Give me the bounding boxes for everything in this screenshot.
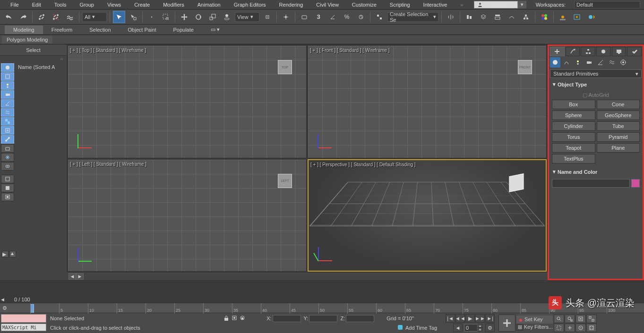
cat-lights-icon[interactable] bbox=[573, 57, 583, 68]
menu-file[interactable]: File bbox=[4, 1, 26, 8]
modify-tab[interactable] bbox=[566, 47, 580, 56]
mirror-button[interactable] bbox=[445, 11, 457, 23]
pivot-center-button[interactable] bbox=[261, 11, 274, 23]
obj-torus-button[interactable]: Torus bbox=[552, 132, 595, 142]
undo-button[interactable] bbox=[3, 11, 15, 23]
key-filters-button[interactable]: Key Filters... bbox=[524, 324, 553, 331]
filter-camera-icon[interactable] bbox=[1, 90, 14, 99]
render-setup-button[interactable] bbox=[557, 11, 569, 23]
menu-tools[interactable]: Tools bbox=[48, 1, 73, 8]
ribbon-tab-freeform[interactable]: Freeform bbox=[43, 26, 81, 34]
zoom-extents-all-button[interactable] bbox=[586, 315, 597, 323]
ref-coord-dropdown[interactable]: View▾ bbox=[235, 12, 259, 22]
viewport-hscroll[interactable]: ◄► bbox=[67, 273, 548, 280]
cat-cameras-icon[interactable] bbox=[584, 57, 594, 68]
zoom-all-button[interactable] bbox=[565, 315, 575, 323]
current-frame-spinner[interactable]: ▲▼ bbox=[464, 324, 483, 332]
unlink-button[interactable] bbox=[50, 11, 62, 23]
menu-grapheditors[interactable]: Graph Editors bbox=[227, 1, 273, 8]
render-production-button[interactable] bbox=[585, 11, 597, 23]
primitive-dropdown[interactable]: Standard Primitives▾ bbox=[550, 69, 642, 78]
toggle-b[interactable] bbox=[9, 251, 16, 257]
zoom-extents-button[interactable] bbox=[575, 315, 586, 323]
align-button[interactable] bbox=[463, 11, 475, 23]
motion-tab[interactable] bbox=[596, 47, 611, 56]
obj-box-button[interactable]: Box bbox=[552, 100, 595, 109]
bind-spacewarp-button[interactable] bbox=[64, 11, 76, 23]
zoom-button[interactable] bbox=[554, 315, 564, 323]
spinner-snap-button[interactable] bbox=[355, 11, 367, 23]
scale-button[interactable] bbox=[206, 11, 219, 23]
toggle-ribbon-button[interactable] bbox=[491, 11, 504, 23]
utilities-tab[interactable] bbox=[627, 47, 642, 56]
material-editor-button[interactable] bbox=[538, 11, 550, 23]
time-tag-icon[interactable] bbox=[397, 324, 404, 332]
menu-rendering[interactable]: Rendering bbox=[273, 1, 310, 8]
scroll-left[interactable]: ◄ bbox=[69, 273, 76, 280]
select-by-name-button[interactable] bbox=[127, 11, 139, 23]
timeline-config-icon[interactable]: ⚙ bbox=[0, 305, 9, 311]
ribbon-tab-objectpaint[interactable]: Object Paint bbox=[120, 26, 165, 34]
create-tab[interactable] bbox=[550, 47, 565, 56]
link-button[interactable] bbox=[35, 11, 48, 23]
filter-bone-icon[interactable] bbox=[1, 135, 14, 144]
zoom-region-button[interactable] bbox=[554, 324, 564, 332]
ribbon-flyout[interactable]: ▭ ▾ bbox=[202, 25, 228, 34]
display-children-icon[interactable] bbox=[1, 184, 14, 192]
display-none-icon[interactable] bbox=[1, 175, 14, 183]
percent-snap-button[interactable]: % bbox=[341, 11, 353, 23]
viewport-label-top[interactable]: [ + ] [ Top ] [ Standard ] [ Wireframe ] bbox=[70, 48, 146, 53]
obj-tube-button[interactable]: Tube bbox=[597, 121, 640, 131]
play-button[interactable]: ▶ bbox=[465, 314, 475, 323]
menu-interactive[interactable]: Interactive bbox=[417, 1, 454, 8]
x-input[interactable] bbox=[273, 315, 301, 322]
window-crossing-button[interactable] bbox=[160, 11, 172, 23]
collapse-handle[interactable]: ›› bbox=[0, 56, 67, 62]
lock-selection-icon[interactable] bbox=[223, 315, 230, 322]
key-mode-button[interactable]: ◄ bbox=[453, 324, 463, 332]
obj-geosphere-button[interactable]: GeoSphere bbox=[597, 111, 640, 120]
setkey-button[interactable]: Set Key bbox=[516, 316, 553, 323]
prev-frame-button[interactable]: ◄◄ bbox=[455, 314, 465, 323]
menu-scripting[interactable]: Scripting bbox=[383, 1, 417, 8]
obj-teapot-button[interactable]: Teapot bbox=[552, 143, 595, 153]
filter-light-icon[interactable] bbox=[1, 81, 14, 90]
filter-shape-icon[interactable] bbox=[1, 72, 14, 81]
obj-sphere-button[interactable]: Sphere bbox=[552, 111, 595, 120]
object-name-input[interactable] bbox=[552, 179, 630, 188]
move-button[interactable] bbox=[178, 11, 190, 23]
layer-explorer-button[interactable] bbox=[477, 11, 489, 23]
signin-dropdown[interactable]: ▾ bbox=[518, 1, 526, 9]
placement-button[interactable] bbox=[221, 11, 233, 23]
scroll-right[interactable]: ► bbox=[76, 273, 84, 280]
viewport-label-left[interactable]: [ + ] [ Left ] [ Standard ] [ Wireframe … bbox=[70, 162, 146, 167]
filter-helper-icon[interactable] bbox=[1, 99, 14, 108]
autokey-button[interactable] bbox=[498, 315, 515, 332]
filter-geometry-icon[interactable] bbox=[1, 63, 14, 72]
workspace-dropdown[interactable] bbox=[574, 1, 640, 9]
time-config-button[interactable]: ⚙ bbox=[485, 324, 495, 332]
maxscript-mini-listener[interactable]: MAXScript Mi bbox=[1, 324, 46, 331]
cat-spacewarps-icon[interactable] bbox=[607, 57, 617, 68]
menu-civilview[interactable]: Civil View bbox=[309, 1, 345, 8]
rollout-object-type[interactable]: ▾Object Type bbox=[550, 80, 642, 89]
name-column-header[interactable]: Name (Sorted A bbox=[15, 62, 67, 265]
filter-group-icon[interactable] bbox=[1, 117, 14, 126]
goto-end-button[interactable]: ►| bbox=[485, 314, 495, 323]
edit-selection-set-button[interactable] bbox=[373, 11, 386, 23]
cat-systems-icon[interactable] bbox=[618, 57, 628, 68]
manipulate-button[interactable] bbox=[280, 11, 292, 23]
named-selection-dropdown[interactable]: Create Selection Se▾ bbox=[387, 12, 438, 22]
redo-button[interactable] bbox=[17, 11, 29, 23]
ribbon-tab-populate[interactable]: Populate bbox=[164, 26, 202, 34]
filter-container-icon[interactable] bbox=[1, 144, 14, 153]
goto-start-button[interactable]: |◄ bbox=[446, 314, 455, 323]
add-time-tag[interactable]: Add Time Tag bbox=[405, 325, 437, 331]
track-bar[interactable]: ◄ 0 / 100 bbox=[0, 296, 644, 303]
orbit-button[interactable] bbox=[575, 324, 586, 332]
toggle-a[interactable]: ▶ bbox=[2, 251, 9, 257]
menu-modifiers[interactable]: Modifiers bbox=[156, 1, 191, 8]
obj-plane-button[interactable]: Plane bbox=[597, 143, 640, 153]
filter-frozen-icon[interactable] bbox=[1, 153, 14, 162]
keyboard-shortcut-button[interactable] bbox=[298, 11, 310, 23]
